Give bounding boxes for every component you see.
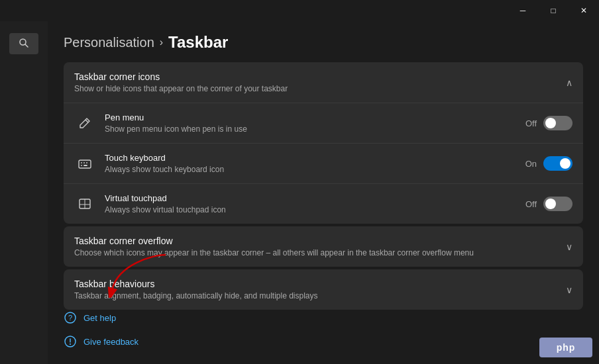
setting-touch-keyboard: Touch keyboard Always show touch keyboar…	[64, 143, 583, 183]
close-button[interactable]: ✕	[569, 0, 599, 21]
section-title-taskbar-behaviours: Taskbar behaviours	[74, 279, 318, 289]
svg-line-1	[25, 44, 28, 47]
touch-keyboard-icon	[74, 153, 95, 174]
breadcrumb-parent: Personalisation	[64, 35, 154, 50]
section-taskbar-behaviours: Taskbar behaviours Taskbar alignment, ba…	[64, 269, 583, 310]
svg-text:?: ?	[68, 314, 72, 322]
give-feedback-label: Give feedback	[83, 337, 138, 347]
section-header-taskbar-corner-icons[interactable]: Taskbar corner icons Show or hide icons …	[64, 62, 583, 103]
breadcrumb-chevron: ›	[160, 36, 163, 48]
title-bar-controls: ─ □ ✕	[508, 0, 599, 21]
maximize-button[interactable]: □	[538, 0, 569, 21]
pen-menu-toggle[interactable]	[543, 116, 572, 130]
give-feedback-link[interactable]: Give feedback	[64, 330, 138, 353]
search-icon	[19, 38, 29, 50]
touch-keyboard-status: On	[525, 159, 537, 169]
virtual-touchpad-status: Off	[525, 199, 537, 209]
svg-point-16	[70, 343, 71, 345]
bottom-links: ? Get help Give feedback	[48, 306, 154, 364]
section-taskbar-corner-overflow: Taskbar corner overflow Choose which ico…	[64, 226, 583, 267]
breadcrumb-current: Taskbar	[168, 33, 228, 52]
virtual-touchpad-icon	[74, 193, 95, 214]
svg-line-2	[85, 120, 88, 122]
virtual-touchpad-title: Virtual touchpad	[105, 193, 226, 203]
chevron-down-icon-behaviours: ∨	[566, 285, 572, 295]
get-help-label: Get help	[83, 313, 116, 323]
feedback-icon	[64, 335, 77, 348]
help-icon: ?	[64, 311, 77, 324]
pen-menu-subtitle: Show pen menu icon when pen is in use	[105, 124, 247, 134]
virtual-touchpad-subtitle: Always show virtual touchpad icon	[105, 205, 226, 214]
title-bar: ─ □ ✕	[0, 0, 599, 21]
section-subtitle-taskbar-behaviours: Taskbar alignment, badging, automaticall…	[74, 291, 318, 300]
chevron-down-icon-overflow: ∨	[566, 242, 572, 252]
sidebar	[0, 21, 48, 364]
php-badge: php	[539, 338, 592, 357]
pen-menu-title: Pen menu	[105, 113, 247, 122]
pen-menu-icon	[74, 113, 95, 134]
chevron-up-icon: ∧	[566, 77, 572, 88]
section-header-taskbar-behaviours[interactable]: Taskbar behaviours Taskbar alignment, ba…	[64, 269, 583, 310]
virtual-touchpad-toggle[interactable]	[543, 197, 572, 211]
section-subtitle-taskbar-corner-icons: Show or hide icons that appear on the co…	[74, 84, 288, 93]
breadcrumb: Personalisation › Taskbar	[64, 21, 583, 62]
touch-keyboard-toggle[interactable]	[543, 156, 572, 171]
get-help-link[interactable]: ? Get help	[64, 306, 138, 330]
setting-virtual-touchpad: Virtual touchpad Always show virtual tou…	[64, 183, 583, 224]
search-box[interactable]	[9, 33, 38, 54]
section-title-taskbar-corner-icons: Taskbar corner icons	[74, 71, 288, 82]
section-header-taskbar-corner-overflow[interactable]: Taskbar corner overflow Choose which ico…	[64, 226, 583, 267]
svg-rect-3	[79, 160, 91, 168]
section-title-taskbar-corner-overflow: Taskbar corner overflow	[74, 236, 474, 246]
touch-keyboard-subtitle: Always show touch keyboard icon	[105, 165, 224, 174]
touch-keyboard-title: Touch keyboard	[105, 153, 224, 163]
pen-menu-status: Off	[525, 118, 537, 128]
minimize-button[interactable]: ─	[508, 0, 538, 21]
setting-pen-menu: Pen menu Show pen menu icon when pen is …	[64, 103, 583, 143]
section-taskbar-corner-icons: Taskbar corner icons Show or hide icons …	[64, 62, 583, 224]
section-subtitle-taskbar-corner-overflow: Choose which icons may appear in the tas…	[74, 248, 474, 257]
